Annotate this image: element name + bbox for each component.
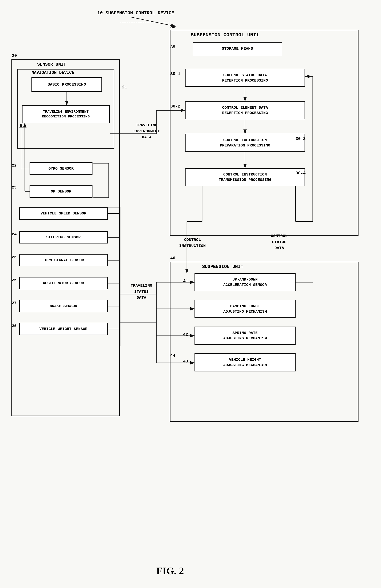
storage-means-ref: 35 [170,45,175,50]
su-ref: 40 [170,256,175,261]
sensor-unit-label: SENSOR UNIT [37,62,66,67]
damping-force-box: DAMPING FORCEADJUSTING MECHANISM [194,300,296,318]
step2-box: CONTROL ELEMENT DATARECEPTION PROCESSING [185,101,305,119]
diagram-container: 10 SUSPENSION CONTROL DEVICE SENSOR UNIT… [0,0,381,588]
step3-box: CONTROL INSTRUCTIONPREPARATION PROCESSIN… [185,134,305,152]
trav-env-recog-box: TRAVELING ENVIRONMENTRECOGNITION PROCESS… [22,105,110,123]
title-ref: 10 SUSPENSION CONTROL DEVICE [97,11,174,16]
ref44: 44 [170,353,175,358]
brake-ref: 27 [12,301,17,305]
vehicle-height-ref: 43 [183,359,188,364]
turn-signal-sensor-box: TURN SIGNAL SENSOR [19,254,108,266]
nav-device-label: NAVIGATION DEVICE [32,70,74,75]
gp-sensor-ref: 23 [12,185,17,190]
scu-label: SUSPENSION CONTROL UNIt [191,32,259,38]
up-down-accel-box: UP-AND-DOWNACCELERATION SENSOR [194,273,296,291]
steering-sensor-box: STEERING SENSOR [19,231,108,244]
spring-rate-ref: 42 [183,332,188,337]
scu-ref: 30 [170,25,175,30]
accelerator-sensor-box: ACCELERATOR SENSOR [19,277,108,289]
vehicle-speed-sensor-box: VEHICLE SPEED SENSOR [19,207,108,220]
gp-sensor-box: GP SENSOR [30,185,93,198]
fig-label: FIG. 2 [156,565,184,577]
spring-rate-box: SPRING RATEADJUSTING MECHANISM [194,327,296,345]
vehicle-height-box: VEHICLE HEIGHTADJUSTING MECHANISM [194,353,296,371]
basic-processing-box: BASIC PROCESSING [32,77,102,92]
step3-ref: 30-3 [296,137,306,141]
ref-29: 29 [12,324,17,328]
step1-ref: 30-1 [170,72,180,76]
up-down-ref: 41 [183,279,188,284]
control-status-data-label: CONTROLSTATUSDATA [271,233,287,251]
step4-box: CONTROL INSTRUCTIONTRANSMISSION PROCESSI… [185,168,305,186]
step4-ref: 30-4 [296,171,306,176]
scu-outer-box [170,30,359,236]
turn-signal-ref: 25 [12,255,17,259]
trav-env-data-label: TRAVELINGENVIRONMENTDATA [133,122,160,140]
sensor-unit-ref: 20 [12,53,17,58]
storage-means-box: STORAGE MEANS [193,42,282,55]
step2-ref: 30-2 [170,104,180,109]
steering-sensor-ref: 24 [12,232,17,236]
brake-sensor-box: BRAKE SENSOR [19,300,108,312]
vehicle-weight-sensor-box: VEHICLE WEIGHT SENSOR [19,323,108,335]
svg-line-2 [130,17,175,26]
gyro-sensor-ref: 22 [12,163,17,168]
control-instruction-label: CONTROLINSTRUCTION [179,237,206,249]
su-label: SUSPENSION UNIT [202,264,243,269]
gyro-sensor-box: GYRO SENSOR [30,162,93,175]
accelerator-ref: 26 [12,278,17,282]
trav-status-data-label: TRAVELINGSTATUSDATA [131,283,152,301]
nav-device-ref: 21 [122,85,127,90]
step1-box: CONTROL STATUS DATARECEPTION PROCESSING [185,69,305,87]
